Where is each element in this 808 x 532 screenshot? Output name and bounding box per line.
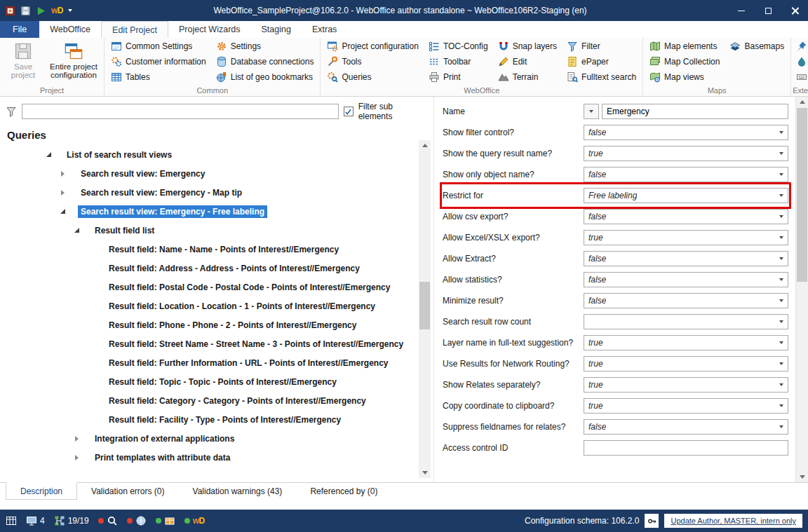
access-control-id-input[interactable] [584,440,788,456]
geo-bookmarks-button[interactable]: List of geo bookmarks [211,69,319,85]
tab-file[interactable]: File [0,21,39,38]
tree-filter-input[interactable] [22,104,339,119]
map-elements-button[interactable]: Map elements [645,39,725,54]
tree-scrollbar[interactable] [419,140,431,478]
entire-project-configuration-button[interactable]: Entire project configuration [45,39,102,86]
extension-module-button[interactable] [793,69,808,85]
tables-button[interactable]: Tables [106,69,211,85]
status-package-indicator[interactable] [156,515,175,526]
main-scrollbar[interactable] [795,97,808,482]
common-settings-button[interactable]: Common Settings [106,39,211,54]
print-button[interactable]: Print [424,69,493,85]
update-author-link[interactable]: Update Author, MASTER, intern only [664,514,802,528]
expanded-twisty-icon[interactable] [72,228,81,233]
run-icon[interactable] [36,6,46,16]
key-button[interactable] [645,514,659,528]
tree-item[interactable]: Result field: Address - Address - Points… [0,259,433,278]
database-connections-button[interactable]: Database connections [211,54,319,69]
queries-button[interactable]: Queries [322,69,423,85]
show-filter-control-dropdown[interactable]: false [584,125,788,140]
collapsed-twisty-icon[interactable] [72,436,81,442]
tree-item[interactable]: Result field: Topic - Topic - Points of … [0,372,433,391]
settings-button[interactable]: Settings [211,39,319,54]
tab-project-wizards[interactable]: Project Wizards [168,21,251,38]
main-scrollbar-thumb[interactable] [797,108,807,282]
suppress-fieldnames-dropdown[interactable]: false [584,419,788,435]
save-project-button[interactable]: Save project [1,39,45,86]
save-icon[interactable] [20,6,31,16]
edit-button[interactable]: Edit [493,54,562,69]
map-collection-button[interactable]: Map Collection [645,54,725,69]
show-query-result-name-dropdown[interactable]: true [584,146,788,161]
status-wd-indicator[interactable]: wD [184,516,205,526]
project-configuration-button[interactable]: Project configuration [322,39,423,54]
tools-button[interactable]: Tools [322,54,423,69]
allow-statistics-dropdown[interactable]: false [584,272,788,287]
status-web-indicator[interactable] [127,515,147,526]
tree-scrollbar-thumb[interactable] [419,282,430,329]
basemaps-button[interactable]: Basemaps [725,39,789,54]
tree-item[interactable]: Print templates with attribute data [0,448,433,467]
status-nodes-count[interactable]: 19/19 [54,515,89,526]
fulltext-search-button[interactable]: Fulltext search [562,69,641,85]
tree-item[interactable]: Result field: Location - Location - 1 - … [0,296,433,315]
tree-item[interactable]: Result field list [0,221,433,240]
extension-drop-button[interactable] [793,54,808,69]
tree-item[interactable]: Search result view: Emergency - Map tip [0,183,433,202]
map-views-button[interactable]: Map views [645,69,725,85]
maximize-button[interactable] [755,0,781,21]
expanded-twisty-icon[interactable] [58,209,67,214]
tab-referenced-by[interactable]: Referenced by (0) [296,483,391,500]
tree-item[interactable]: Result field: Postal Code - Postal Code … [0,278,433,296]
scroll-up-icon[interactable] [419,140,431,151]
collapsed-twisty-icon[interactable] [58,171,67,177]
terrain-button[interactable]: Terrain [493,69,562,85]
name-combo-button[interactable] [584,104,599,119]
tree-item[interactable]: Result field: Street Name - Street Name … [0,334,433,353]
network-routing-dropdown[interactable]: true [584,356,788,371]
allow-csv-export-dropdown[interactable]: false [584,209,788,224]
minimize-result-dropdown[interactable]: false [584,293,788,308]
tab-weboffice[interactable]: WebOffice [39,21,101,38]
tree-item[interactable]: Search result view: Emergency [0,164,433,183]
copy-coordinate-dropdown[interactable]: true [584,398,788,414]
tab-edit-project[interactable]: Edit Project [101,21,168,38]
scroll-down-icon[interactable] [419,468,431,478]
wd-logo-icon[interactable]: wD [51,6,63,15]
show-relates-dropdown[interactable]: true [584,377,788,393]
restrict-for-dropdown[interactable]: Free labeling [584,188,788,203]
snap-layers-button[interactable]: Snap layers [493,39,562,54]
status-views-count[interactable]: 4 [26,515,45,526]
filter-button[interactable]: Filter [562,39,641,54]
collapsed-twisty-icon[interactable] [58,190,67,196]
layer-name-fulltext-dropdown[interactable]: true [584,335,788,350]
status-grid-indicator[interactable] [6,515,17,526]
expanded-twisty-icon[interactable] [43,152,53,157]
tree-item[interactable]: Result field: Name - Name - Points of In… [0,240,433,259]
tree-item[interactable]: Result field: Further Information - URL … [0,353,433,372]
tab-extras[interactable]: Extras [302,21,347,38]
customer-information-button[interactable]: Customer information [106,54,211,69]
tab-validation-errors[interactable]: Validation errors (0) [77,483,178,500]
close-button[interactable] [781,0,808,21]
minimize-button[interactable] [728,0,755,21]
name-input[interactable] [602,104,788,119]
pin-button[interactable] [793,39,808,54]
tree-item[interactable]: Integration of external applications [0,429,433,448]
show-only-object-name-dropdown[interactable]: false [584,167,788,182]
epaper-button[interactable]: ePaper [562,54,641,69]
tree-item[interactable]: Result field: Category - Category - Poin… [0,391,433,410]
tab-validation-warnings[interactable]: Validation warnings (43) [179,483,297,500]
search-result-row-count-dropdown[interactable] [584,314,788,329]
status-search-indicator[interactable] [98,515,118,526]
tree-item[interactable]: List of search result views [0,145,433,164]
scroll-down-icon[interactable] [796,472,808,482]
tab-description[interactable]: Description [6,482,77,500]
tree-item[interactable]: Result field: Phone - Phone - 2 - Points… [0,315,433,334]
tree-item-selected[interactable]: Search result view: Emergency - Free lab… [0,202,433,221]
app-icon[interactable] [5,6,15,16]
tab-staging[interactable]: Staging [251,21,302,38]
collapsed-twisty-icon[interactable] [72,455,81,461]
allow-extract-dropdown[interactable]: false [584,251,788,266]
filter-sub-elements-checkbox[interactable] [344,107,354,116]
